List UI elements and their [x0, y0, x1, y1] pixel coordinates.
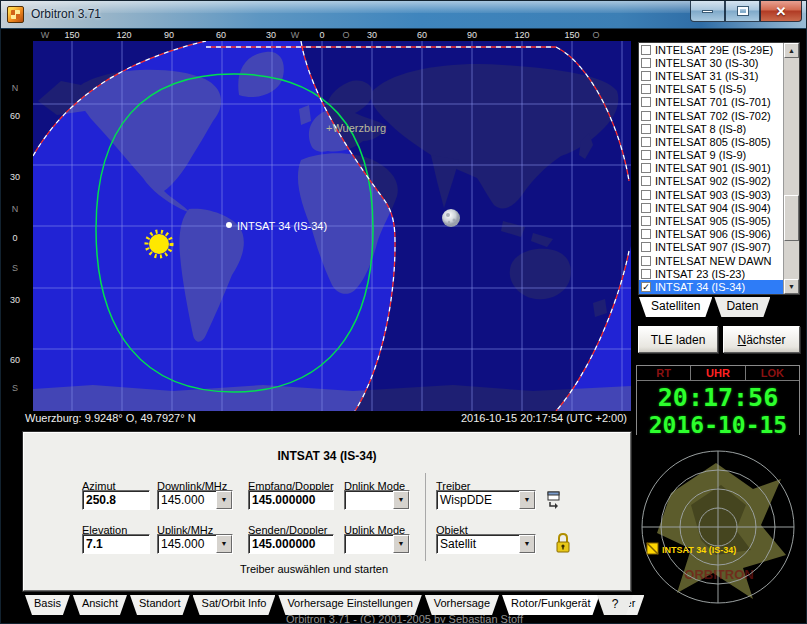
list-scrollbar[interactable]: ▲ ▼	[783, 43, 799, 294]
objekt-dropdown-icon[interactable]: ▼	[519, 535, 535, 553]
bottom-tab-sat-orbit-info[interactable]: Sat/Orbit Info	[193, 595, 276, 615]
satellite-name: INTELSAT 5 (IS-5)	[655, 83, 746, 95]
uplink-combo[interactable]: 145.000 ▼	[157, 534, 233, 554]
bottom-tab-rotor-funkger-t[interactable]: Rotor/Funkgerät	[502, 595, 599, 615]
lat-ruler-label: 30	[1, 172, 29, 182]
satellite-row[interactable]: INTELSAT 907 (IS-907)	[639, 241, 799, 254]
satellite-marker[interactable]	[226, 222, 232, 228]
satellite-row[interactable]: INTELSAT 905 (IS-905)	[639, 214, 799, 227]
satellite-label: INTSAT 34 (IS-34)	[237, 220, 327, 232]
scroll-down-button[interactable]: ▼	[784, 279, 799, 294]
satellite-row[interactable]: INTELSAT 5 (IS-5)	[639, 83, 799, 96]
empfang-field[interactable]: 145.000000	[248, 490, 334, 510]
satellite-checkbox[interactable]	[641, 137, 651, 147]
clock-mode-uhr[interactable]: UHR	[690, 366, 744, 380]
clock-mode-rt[interactable]: RT	[637, 366, 690, 380]
satellite-checkbox[interactable]	[641, 190, 651, 200]
satellite-row[interactable]: INTELSAT 30 (IS-30)	[639, 56, 799, 69]
satellite-row[interactable]: ✓INTSAT 34 (IS-34)	[639, 280, 799, 293]
senden-field[interactable]: 145.000000	[248, 534, 334, 554]
satellite-row[interactable]: INTELSAT 906 (IS-906)	[639, 228, 799, 241]
lock-icon[interactable]	[554, 532, 572, 554]
scroll-up-button[interactable]: ▲	[784, 43, 799, 58]
downlink-value: 145.000	[161, 493, 204, 507]
satellite-checkbox[interactable]	[641, 111, 651, 121]
satellite-checkbox[interactable]	[641, 242, 651, 252]
bottom-tab-vorhersage[interactable]: Vorhersage	[425, 595, 499, 615]
satellite-name: INTELSAT 904 (IS-904)	[655, 202, 771, 214]
lon-ruler-label: O	[592, 30, 599, 40]
satellite-row[interactable]: INTELSAT 702 (IS-702)	[639, 109, 799, 122]
satellite-checkbox[interactable]	[641, 97, 651, 107]
side-tab-daten[interactable]: Daten	[714, 297, 770, 317]
satellite-checkbox[interactable]	[641, 229, 651, 239]
minimize-button[interactable]	[690, 1, 725, 22]
satellite-checkbox[interactable]	[641, 124, 651, 134]
downlink-combo[interactable]: 145.000 ▼	[157, 490, 233, 510]
elevation-field[interactable]: 7.1	[82, 534, 150, 554]
satellite-row[interactable]: INTELSAT 805 (IS-805)	[639, 135, 799, 148]
objekt-combo[interactable]: Satellit ▼	[436, 534, 536, 554]
title-bar[interactable]: Orbitron 3.71 ✕	[1, 1, 807, 29]
satellite-row[interactable]: INTELSAT 701 (IS-701)	[639, 96, 799, 109]
clock-mode-lok[interactable]: LOK	[745, 366, 799, 380]
satellite-checkbox[interactable]	[641, 163, 651, 173]
satellite-checkbox[interactable]	[641, 203, 651, 213]
satellite-row[interactable]: INTSAT 23 (IS-23)	[639, 267, 799, 280]
satellite-row[interactable]: INTELSAT 901 (IS-901)	[639, 162, 799, 175]
satellite-name: INTELSAT 902 (IS-902)	[655, 175, 771, 187]
satellite-checkbox[interactable]	[641, 150, 651, 160]
satellite-row[interactable]: IRNSS-1A	[639, 294, 799, 295]
satellite-row[interactable]: INTELSAT 902 (IS-902)	[639, 175, 799, 188]
treiber-dropdown-icon[interactable]: ▼	[519, 491, 535, 509]
satellite-row[interactable]: INTELSAT 29E (IS-29E)	[639, 43, 799, 56]
satellite-row[interactable]: INTELSAT 903 (IS-903)	[639, 188, 799, 201]
azimut-field[interactable]: 250.8	[82, 490, 150, 510]
satellite-checkbox[interactable]	[641, 58, 651, 68]
world-map[interactable]: +Wuerzburg INTSAT 34 (IS-34)	[33, 41, 631, 411]
dde-driver-icon[interactable]	[545, 490, 565, 510]
dnlink-mode-combo[interactable]: ▼	[344, 490, 410, 510]
downlink-dropdown-icon[interactable]: ▼	[216, 491, 232, 509]
satellite-checkbox[interactable]	[641, 216, 651, 226]
satellite-row[interactable]: INTELSAT 9 (IS-9)	[639, 149, 799, 162]
treiber-combo[interactable]: WispDDE ▼	[436, 490, 536, 510]
satellite-checkbox[interactable]	[641, 176, 651, 186]
uplink-mode-dropdown-icon[interactable]: ▼	[393, 535, 409, 553]
satellite-name: INTELSAT 9 (IS-9)	[655, 149, 746, 161]
lat-ruler-label: S	[1, 383, 29, 393]
uplink-mode-combo[interactable]: ▼	[344, 534, 410, 554]
next-button[interactable]: Nächster	[723, 326, 800, 353]
lat-ruler-label: N	[1, 83, 29, 93]
satellite-checkbox[interactable]	[641, 71, 651, 81]
satellite-checkbox[interactable]	[641, 84, 651, 94]
satellite-name: INTELSAT 701 (IS-701)	[655, 96, 771, 108]
maximize-button[interactable]	[725, 1, 760, 22]
bottom-tab-vorhersage-einstellungen[interactable]: Vorhersage Einstellungen	[278, 595, 421, 615]
uplink-dropdown-icon[interactable]: ▼	[216, 535, 232, 553]
lon-ruler-label: W	[291, 30, 300, 40]
radar-display: ORBITRON INTSAT 34 (IS-34)	[631, 435, 807, 624]
scroll-thumb[interactable]	[784, 195, 799, 241]
close-button[interactable]: ✕	[760, 1, 802, 22]
satellite-checkbox[interactable]	[641, 256, 651, 266]
minimize-icon	[702, 10, 713, 13]
satellite-list[interactable]: INTELSAT 29E (IS-29E)INTELSAT 30 (IS-30)…	[638, 42, 800, 295]
bottom-tab-standort[interactable]: Standort	[130, 595, 190, 615]
dnlink-mode-dropdown-icon[interactable]: ▼	[393, 491, 409, 509]
bottom-tab-basis[interactable]: Basis	[25, 595, 70, 615]
satellite-row[interactable]: INTELSAT 904 (IS-904)	[639, 201, 799, 214]
side-tab-satelliten[interactable]: Satelliten	[639, 297, 712, 317]
tle-load-button[interactable]: TLE laden	[638, 326, 718, 353]
satellite-row[interactable]: INTELSAT 31 (IS-31)	[639, 69, 799, 82]
satellite-checkbox[interactable]: ✓	[641, 282, 651, 292]
lon-ruler-label: 90	[467, 30, 477, 40]
satellite-name: INTELSAT 31 (IS-31)	[655, 70, 759, 82]
satellite-checkbox[interactable]	[641, 45, 651, 55]
satellite-row[interactable]: INTELSAT 8 (IS-8)	[639, 122, 799, 135]
satellite-name: INTELSAT 30 (IS-30)	[655, 57, 759, 69]
lon-ruler-label: 150	[564, 30, 579, 40]
bottom-tab-ansicht[interactable]: Ansicht	[73, 595, 127, 615]
satellite-checkbox[interactable]	[641, 269, 651, 279]
satellite-row[interactable]: INTELSAT NEW DAWN	[639, 254, 799, 267]
